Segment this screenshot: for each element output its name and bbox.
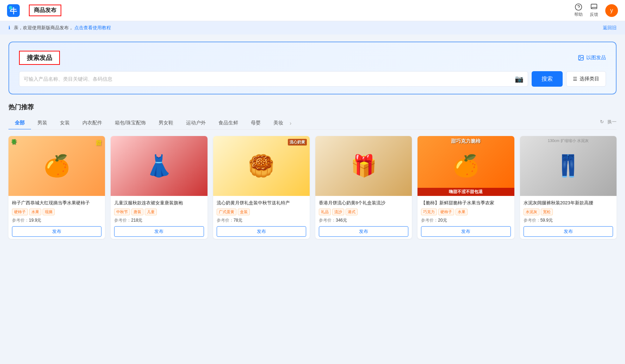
tab-sports[interactable]: 运动户外: [180, 117, 212, 130]
search-input[interactable]: [24, 76, 515, 82]
notice-bar: ℹ 亲，欢迎使用新版商品发布， 点击查看使用教程 返回旧: [0, 21, 625, 35]
tab-beauty[interactable]: 美妆: [267, 117, 290, 130]
product-card: 👖 130cm 扩缩缩小 水泥灰 水泥灰阔腿裤秋装2023年新款高腰 水泥灰 宽…: [520, 136, 617, 239]
product-name: 【脆柿】新鲜甜脆柿子水果当季农家: [421, 199, 510, 206]
tab-maternity[interactable]: 母婴: [245, 117, 267, 130]
avatar[interactable]: y: [605, 4, 618, 17]
refresh-icon: ↻: [600, 119, 604, 124]
product-name: 香港月饼流心奶黄8个礼盒装流沙: [319, 199, 408, 206]
product-tag: 广式蛋黄: [217, 209, 236, 215]
product-card: 🎁 香港月饼流心奶黄8个礼盒装流沙 礼品 流沙 港式 参考价：346元 发布: [315, 136, 412, 239]
product-tag: 儿童: [145, 209, 157, 215]
search-title: 搜索发品: [19, 51, 60, 65]
tab-shoes[interactable]: 男女鞋: [152, 117, 180, 130]
product-info: 水泥灰阔腿裤秋装2023年新款高腰 水泥灰 宽松 参考价：59.9元 发布: [520, 196, 617, 239]
search-panel: 搜索发品 以图发品 📷 搜索 ☰ 选择类目: [8, 42, 617, 94]
hot-section: 热门推荐 全部 男装 女装 内衣配件 箱包/珠宝配饰 男女鞋 运动户外 食品生鲜…: [8, 103, 617, 239]
category-button[interactable]: ☰ 选择类目: [566, 71, 606, 87]
product-price: 参考价：78元: [217, 217, 306, 223]
search-bar: 📷 搜索 ☰ 选择类目: [19, 71, 606, 87]
filter-icon: ☰: [573, 76, 577, 82]
camera-icon[interactable]: 📷: [515, 75, 524, 83]
product-price: 参考价：59.9元: [524, 217, 613, 223]
product-tag: 水果: [456, 209, 468, 215]
product-tag: 水果: [29, 209, 41, 215]
product-tag: 中秋节: [114, 209, 130, 215]
tab-underwear[interactable]: 内衣配件: [76, 117, 109, 130]
tutorial-link[interactable]: 点击查看使用教程: [74, 25, 111, 30]
product-overlay-bottom: 嗨甜不涩不甜包退: [417, 188, 514, 196]
product-info: 流心奶黄月饼礼盒装中秋节送礼特产 广式蛋黄 盒装 参考价：78元 发布: [213, 196, 310, 239]
product-card: 🍊 甜巧克力脆柿 嗨甜不涩不甜包退 【脆柿】新鲜甜脆柿子水果当季农家 巧克力 硬…: [417, 136, 514, 239]
header-actions: 帮助 反馈 y: [574, 3, 618, 18]
product-tags: 硬柿子 水果 现摘: [12, 209, 101, 215]
product-overlay-title: 甜巧克力脆柿: [417, 138, 514, 144]
back-link[interactable]: 返回旧: [603, 25, 617, 31]
logo-icon: 牛: [7, 4, 20, 17]
product-tag: 流沙: [332, 209, 344, 215]
search-input-wrap: 📷: [19, 71, 528, 87]
app-header: 牛 商品发布 帮助 反馈 y: [0, 0, 625, 21]
product-price: 参考价：346元: [319, 217, 408, 223]
product-image: 🎁: [315, 136, 412, 196]
hot-title: 热门推荐: [8, 103, 617, 111]
product-tag: 硬柿子: [438, 209, 454, 215]
tab-all[interactable]: 全部: [8, 117, 31, 130]
product-card: 🥮 流心奶黄 流心奶黄月饼礼盒装中秋节送礼特产 广式蛋黄 盒装 参考价：78元 …: [213, 136, 310, 239]
product-info: 柿子广西恭城大红现摘当季水果硬柿子 硬柿子 水果 现摘 参考价：19.9元 发布: [8, 196, 105, 239]
product-tags: 水泥灰 宽松: [524, 209, 613, 215]
publish-button[interactable]: 发布: [217, 226, 306, 237]
tabs-arrow-right[interactable]: ›: [290, 120, 291, 127]
product-tag: 水泥灰: [524, 209, 539, 215]
search-panel-header: 搜索发品 以图发品: [19, 51, 606, 65]
product-info: 【脆柿】新鲜甜脆柿子水果当季农家 巧克力 硬柿子 水果 参考价：20元 发布: [417, 196, 514, 239]
image-search-icon: [578, 55, 584, 61]
page-title: 商品发布: [29, 5, 61, 16]
product-info: 香港月饼流心奶黄8个礼盒装流沙 礼品 流沙 港式 参考价：346元 发布: [315, 196, 412, 239]
tab-womenswear[interactable]: 女装: [54, 117, 76, 130]
image-search-button[interactable]: 以图发品: [578, 55, 606, 61]
product-tag: 港式: [346, 209, 358, 215]
search-button[interactable]: 搜索: [532, 71, 563, 87]
refresh-button[interactable]: ↻ 换一: [600, 119, 617, 128]
tab-food[interactable]: 食品生鲜: [212, 117, 245, 130]
product-price: 参考价：20元: [421, 217, 510, 223]
tab-bags[interactable]: 箱包/珠宝配饰: [109, 117, 152, 130]
product-tags: 广式蛋黄 盒装: [217, 209, 306, 215]
product-name: 流心奶黄月饼礼盒装中秋节送礼特产: [217, 199, 306, 206]
help-button[interactable]: 帮助: [574, 3, 583, 18]
publish-button[interactable]: 发布: [319, 226, 408, 237]
svg-point-2: [9, 6, 12, 10]
product-image: 🍊 香 甜: [8, 136, 105, 196]
product-grid: 🍊 香 甜 柿子广西恭城大红现摘当季水果硬柿子 硬柿子 水果 现摘 参考价：19…: [8, 136, 617, 239]
product-image: 👖 130cm 扩缩缩小 水泥灰: [520, 136, 617, 196]
product-name: 儿童汉服秋款连衣裙女童唐装旗袍: [114, 199, 204, 206]
publish-button[interactable]: 发布: [421, 226, 510, 237]
product-image: 👗: [111, 136, 207, 196]
product-name: 柿子广西恭城大红现摘当季水果硬柿子: [12, 199, 101, 206]
product-tag: 唐装: [131, 209, 143, 215]
help-icon: [575, 3, 582, 11]
product-tag: 硬柿子: [12, 209, 28, 215]
publish-button[interactable]: 发布: [12, 226, 101, 237]
product-overlay-label: 130cm 扩缩缩小 水泥灰: [522, 138, 614, 143]
product-tags: 巧克力 硬柿子 水果: [421, 209, 510, 215]
logo: 牛: [7, 4, 22, 17]
product-price: 参考价：19.9元: [12, 217, 101, 223]
product-tags: 礼品 流沙 港式: [319, 209, 408, 215]
product-tag: 巧克力: [421, 209, 437, 215]
main-content: 搜索发品 以图发品 📷 搜索 ☰ 选择类目 热门推荐: [0, 35, 625, 246]
info-icon: ℹ: [8, 25, 10, 30]
product-image: 🥮 流心奶黄: [213, 136, 310, 196]
product-price: 参考价：218元: [114, 217, 204, 223]
publish-button[interactable]: 发布: [114, 226, 204, 237]
product-info: 儿童汉服秋款连衣裙女童唐装旗袍 中秋节 唐装 儿童 参考价：218元 发布: [111, 196, 207, 239]
notice-message: ℹ 亲，欢迎使用新版商品发布， 点击查看使用教程: [8, 25, 111, 31]
product-tag: 宽松: [541, 209, 553, 215]
tab-menswear[interactable]: 男装: [31, 117, 54, 130]
product-name: 水泥灰阔腿裤秋装2023年新款高腰: [524, 199, 613, 206]
publish-button[interactable]: 发布: [524, 226, 613, 237]
product-image: 🍊 甜巧克力脆柿 嗨甜不涩不甜包退: [417, 136, 514, 196]
feedback-icon: [590, 3, 598, 11]
feedback-button[interactable]: 反馈: [590, 3, 598, 18]
